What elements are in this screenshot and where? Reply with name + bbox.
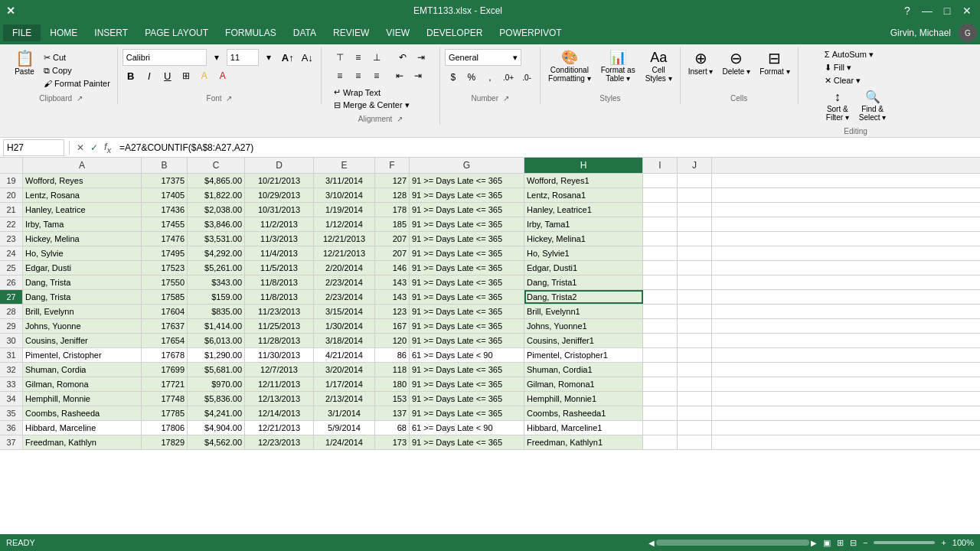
cell-i[interactable] [643,246,678,260]
cell-d[interactable]: 11/23/2013 [245,305,314,318]
cell-styles-button[interactable]: Aa CellStyles ▾ [642,49,675,84]
cell-c[interactable]: $4,904.00 [188,421,245,435]
delete-button[interactable]: ⊖ Delete ▾ [719,49,753,77]
cell-f[interactable]: 143 [375,276,410,289]
decrease-indent-button[interactable]: ⇤ [391,67,408,84]
cell-d[interactable]: 11/8/2013 [245,276,314,289]
close-btn[interactable]: ✕ [960,5,974,17]
cell-c[interactable]: $6,013.00 [188,334,245,347]
cell-e[interactable]: 3/20/2014 [314,363,375,377]
row-number[interactable]: 35 [0,406,23,420]
cell-e[interactable]: 1/12/2014 [314,217,375,231]
cell-d[interactable]: 10/29/2013 [245,188,314,202]
cell-a[interactable]: Gilman, Romona [23,377,142,391]
row-number[interactable]: 20 [0,188,23,202]
cell-c[interactable]: $3,531.00 [188,232,245,246]
bold-button[interactable]: B [122,67,139,84]
cell-d[interactable]: 11/28/2013 [245,334,314,347]
insert-button[interactable]: ⊕ Insert ▾ [685,49,717,77]
row-number[interactable]: 29 [0,319,23,333]
italic-button[interactable]: I [141,67,158,84]
cell-c[interactable]: $5,836.00 [188,392,245,406]
cell-j[interactable] [678,290,712,304]
cell-b[interactable]: 17405 [142,188,188,202]
col-header-d[interactable]: D [245,158,314,173]
col-header-g[interactable]: G [410,158,524,173]
find-select-button[interactable]: 🔍 Find &Select ▾ [856,90,890,123]
cell-b[interactable]: 17678 [142,348,188,362]
cell-b[interactable]: 17748 [142,392,188,406]
align-center-button[interactable]: ≡ [350,67,367,84]
grow-font-button[interactable]: A↑ [279,49,297,66]
col-header-i[interactable]: I [643,158,678,173]
cell-j[interactable] [678,203,712,217]
cell-a[interactable]: Hickey, Melina [23,232,142,246]
cell-e[interactable]: 1/19/2014 [314,203,375,217]
cell-c[interactable]: $1,822.00 [188,188,245,202]
cell-e[interactable]: 2/23/2014 [314,290,375,304]
cell-f[interactable]: 137 [375,406,410,420]
cell-j[interactable] [678,261,712,275]
cell-a[interactable]: Lentz, Rosana [23,188,142,202]
cell-e[interactable]: 1/17/2014 [314,377,375,391]
cell-i[interactable] [643,421,678,435]
increase-decimal-button[interactable]: .0+ [500,69,517,86]
cell-e[interactable]: 3/15/2014 [314,305,375,318]
cell-d[interactable]: 11/2/2013 [245,217,314,231]
sheet-scroll-bar[interactable]: ◀ ▶ [648,539,817,547]
cell-i[interactable] [643,188,678,202]
top-align-button[interactable]: ⊤ [332,49,348,66]
menu-developer[interactable]: DEVELOPER [419,24,490,41]
cancel-formula-icon[interactable]: ✕ [74,142,87,153]
cell-e[interactable]: 12/21/2013 [314,246,375,260]
font-name-dropdown-icon[interactable]: ▾ [208,49,225,66]
cell-b[interactable]: 17785 [142,406,188,420]
cell-g[interactable]: 91 >= Days Late <= 365 [410,203,524,217]
row-number[interactable]: 24 [0,246,23,260]
zoom-slider[interactable] [874,541,935,544]
row-number[interactable]: 21 [0,203,23,217]
menu-review[interactable]: REVIEW [325,24,377,41]
cell-a[interactable]: Johns, Yuonne [23,319,142,333]
cell-h[interactable]: Hanley, Leatrice1 [524,203,643,217]
cell-d[interactable]: 11/4/2013 [245,246,314,260]
cell-c[interactable]: $835.00 [188,305,245,318]
cell-h[interactable]: Gilman, Romona1 [524,377,643,391]
cell-j[interactable] [678,421,712,435]
cell-a[interactable]: Hemphill, Monnie [23,392,142,406]
cell-j[interactable] [678,246,712,260]
merge-center-button[interactable]: ⊟ Merge & Center ▾ [332,99,412,111]
cell-b[interactable]: 17721 [142,377,188,391]
cell-j[interactable] [678,363,712,377]
fill-button[interactable]: ⬇ Fill ▾ [822,62,854,73]
cell-e[interactable]: 1/24/2014 [314,435,375,449]
menu-pagelayout[interactable]: PAGE LAYOUT [137,24,216,41]
cell-e[interactable]: 2/23/2014 [314,276,375,289]
cell-c[interactable]: $4,292.00 [188,246,245,260]
cell-i[interactable] [643,305,678,318]
cell-h[interactable]: Freedman, Kathlyn1 [524,435,643,449]
font-size-input[interactable] [227,49,259,66]
cell-e[interactable]: 12/21/2013 [314,232,375,246]
cell-i[interactable] [643,348,678,362]
conditional-formatting-button[interactable]: 🎨 ConditionalFormatting ▾ [545,49,594,84]
underline-button[interactable]: U [159,67,176,84]
page-layout-view-icon[interactable]: ⊞ [837,538,844,548]
cell-d[interactable]: 11/25/2013 [245,319,314,333]
cell-a[interactable]: Hibbard, Marceline [23,421,142,435]
cell-i[interactable] [643,392,678,406]
cell-j[interactable] [678,392,712,406]
cell-a[interactable]: Dang, Trista [23,276,142,289]
cell-reference-box[interactable] [3,139,64,156]
decrease-decimal-button[interactable]: .0- [518,69,535,86]
shrink-font-button[interactable]: A↓ [299,49,316,66]
cell-g[interactable]: 91 >= Days Late <= 365 [410,246,524,260]
cell-h[interactable]: Pimentel, Cristopher1 [524,348,643,362]
font-color-button[interactable]: A [214,67,231,84]
cell-g[interactable]: 91 >= Days Late <= 365 [410,406,524,420]
align-left-button[interactable]: ≡ [332,67,348,84]
font-name-input[interactable] [122,49,207,66]
cell-e[interactable]: 1/30/2014 [314,319,375,333]
cell-f[interactable]: 127 [375,174,410,187]
border-button[interactable]: ⊞ [178,67,194,84]
